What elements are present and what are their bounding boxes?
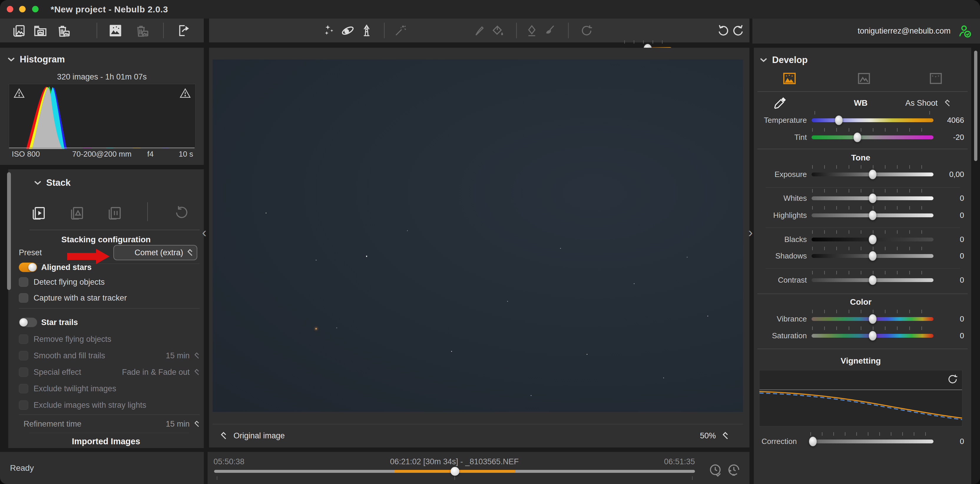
preview-image[interactable]	[213, 59, 743, 412]
correction-row: Correction 0	[757, 433, 964, 449]
vibrance-row: Vibrance 0	[757, 311, 964, 327]
blacks-slider[interactable]	[811, 231, 934, 248]
window-title: *New project - Nebulb 2.0.3	[51, 0, 168, 19]
aligned-stars-label: Aligned stars	[41, 263, 92, 272]
highlights-slider-thumb[interactable]	[869, 211, 877, 220]
stack-header[interactable]: Stack	[34, 178, 71, 188]
special-effect-checkbox[interactable]	[19, 367, 28, 377]
remove-rendered-image-button[interactable]	[135, 19, 150, 43]
special-effect-value: Fade in & Fade out	[122, 368, 189, 377]
temperature-slider[interactable]	[811, 112, 934, 129]
comet-tool-button[interactable]	[340, 19, 355, 43]
project-toolbar	[0, 19, 204, 43]
shadows-slider[interactable]	[811, 248, 934, 264]
tint-slider[interactable]	[811, 129, 934, 146]
undo-button[interactable]	[731, 19, 745, 43]
develop-tab-basic[interactable]	[781, 70, 797, 87]
temperature-slider-thumb[interactable]	[835, 116, 843, 125]
shadows-row: Shadows 0	[757, 248, 964, 264]
imported-images-header[interactable]: Imported Images	[8, 436, 204, 446]
exposure-label: Exposure	[757, 170, 807, 179]
vibrance-label: Vibrance	[757, 314, 807, 324]
add-images-button[interactable]	[11, 19, 26, 43]
zoom-window-button[interactable]	[32, 6, 38, 13]
lens-value: 70-200@200 mm	[68, 149, 136, 159]
correction-slider-thumb[interactable]	[809, 436, 817, 446]
stack-video-tab[interactable]	[30, 200, 46, 225]
zoom-stepper[interactable]	[722, 431, 729, 440]
vibrance-slider[interactable]	[811, 311, 934, 327]
collapse-right-panel-handle[interactable]: ›	[748, 225, 752, 239]
stepper-icon[interactable]	[194, 352, 200, 360]
star-trails-toggle[interactable]	[19, 318, 37, 327]
stack-pause-tab[interactable]	[107, 200, 123, 225]
shadows-slider-thumb[interactable]	[869, 251, 877, 261]
chevron-down-icon	[7, 57, 15, 62]
develop-tab-frame[interactable]	[928, 70, 943, 87]
magic-wand-button[interactable]	[394, 19, 407, 43]
blacks-row: Blacks 0	[757, 231, 964, 248]
saturation-slider-thumb[interactable]	[869, 331, 877, 341]
close-window-button[interactable]	[7, 6, 13, 13]
highlights-slider[interactable]	[811, 207, 934, 224]
develop-header[interactable]: Develop	[760, 55, 808, 65]
refresh-preview-button[interactable]	[580, 19, 593, 43]
chevron-down-icon	[34, 180, 41, 186]
exposure-slider-thumb[interactable]	[869, 170, 877, 179]
remove-flying-objects-checkbox[interactable]	[19, 335, 28, 344]
saturation-slider[interactable]	[811, 327, 934, 344]
stars-tool-button[interactable]	[323, 19, 336, 43]
redo-button[interactable]	[716, 19, 730, 43]
stack-reset-button[interactable]	[174, 200, 189, 225]
export-button[interactable]	[177, 19, 191, 43]
time-lapse-mode-button[interactable]	[727, 463, 741, 478]
collapse-left-panel-handle[interactable]: ‹	[202, 225, 207, 239]
view-mode-stepper[interactable]	[220, 431, 227, 440]
highlights-value: 0	[938, 211, 964, 220]
timeline-slider-thumb[interactable]	[450, 467, 460, 476]
vibrance-slider-thumb[interactable]	[869, 314, 877, 324]
exposure-slider[interactable]	[811, 166, 934, 182]
comet-icon	[340, 23, 355, 38]
tick-marks	[812, 206, 933, 209]
account-status-button[interactable]	[957, 24, 972, 39]
develop-tab-detail[interactable]	[856, 70, 872, 87]
rendered-image-button[interactable]	[108, 19, 123, 43]
stepper-icon[interactable]	[194, 368, 200, 376]
eraser-tool-button[interactable]	[525, 19, 539, 43]
right-panel-scrollbar[interactable]	[974, 51, 977, 161]
histogram-header[interactable]: Histogram	[7, 54, 65, 65]
remove-imported-images-button[interactable]	[56, 19, 71, 43]
timeline-slider[interactable]	[214, 470, 695, 473]
wb-row: WB As Shoot	[757, 95, 964, 111]
blacks-slider-thumb[interactable]	[869, 235, 877, 244]
pylon-tool-button[interactable]	[360, 19, 373, 43]
aligned-stars-toggle[interactable]	[19, 263, 37, 272]
left-panel-scrollbar[interactable]	[7, 172, 11, 290]
tick-marks	[812, 111, 933, 114]
paint-bucket-button[interactable]	[491, 19, 505, 43]
stack-triangle-tab[interactable]	[69, 200, 85, 225]
tint-slider-thumb[interactable]	[853, 132, 861, 142]
contrast-slider-thumb[interactable]	[869, 275, 877, 285]
broom-tool-button[interactable]	[542, 19, 556, 43]
blacks-value: 0	[938, 235, 964, 244]
exclude-stray-lights-checkbox[interactable]	[19, 400, 28, 410]
whites-slider[interactable]	[811, 190, 934, 206]
brush-tool-button[interactable]	[473, 19, 486, 43]
star-tracker-checkbox[interactable]	[19, 293, 28, 303]
smooth-fill-trails-checkbox[interactable]	[19, 351, 28, 360]
capture-time-mode-button[interactable]	[708, 463, 723, 478]
correction-slider[interactable]	[810, 433, 934, 449]
import-folder-button[interactable]	[33, 19, 48, 43]
stepper-icon[interactable]	[194, 420, 200, 428]
saturation-label: Saturation	[757, 331, 807, 340]
wb-preset-dropdown[interactable]	[944, 98, 951, 108]
whites-slider-thumb[interactable]	[869, 194, 877, 203]
exclude-twilight-checkbox[interactable]	[19, 384, 28, 394]
minimize-window-button[interactable]	[19, 6, 25, 13]
histogram-title: Histogram	[20, 54, 65, 65]
contrast-slider[interactable]	[811, 272, 934, 288]
app-window: *New project - Nebulb 2.0.3	[0, 0, 980, 484]
detect-flying-objects-checkbox[interactable]	[19, 277, 28, 287]
